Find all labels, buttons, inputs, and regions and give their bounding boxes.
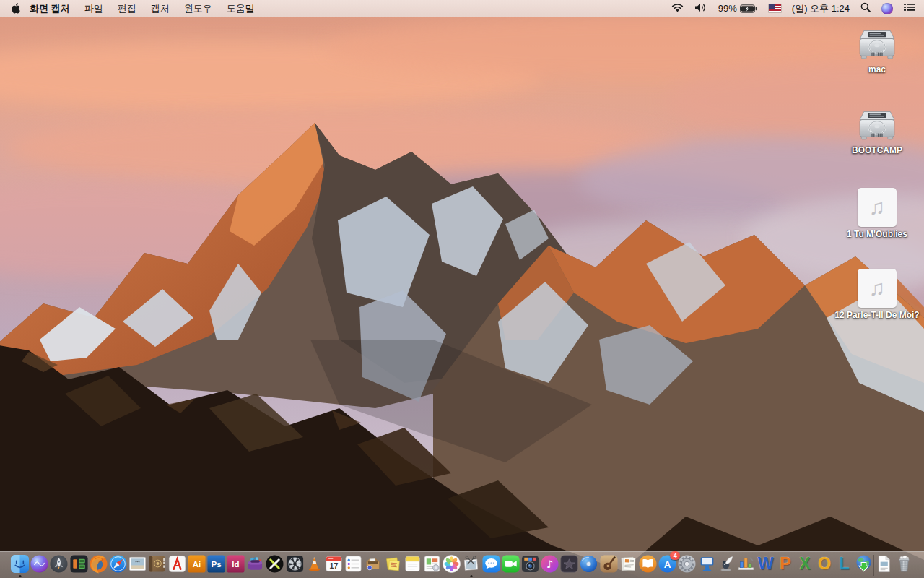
dock-word-icon[interactable]: W <box>756 554 775 574</box>
dock-safari-icon[interactable] <box>108 554 128 574</box>
menu-window[interactable]: 윈도우 <box>184 2 212 15</box>
dock-system-preferences-icon[interactable] <box>677 554 697 574</box>
dock-excel-icon[interactable]: X <box>796 554 815 574</box>
hard-drive-icon <box>857 108 897 143</box>
dock-trash-icon[interactable] <box>894 554 914 574</box>
desktop-icon-bootcamp-drive[interactable]: BOOTCAMP <box>834 108 920 156</box>
dock-stickies-icon[interactable] <box>383 554 403 574</box>
dock-app-store-icon[interactable]: A 4 <box>658 554 677 574</box>
hard-drive-icon <box>857 27 897 62</box>
dock-facetime-icon[interactable] <box>501 554 520 574</box>
menu-bar: 화면 캡처 파일 편집 캡처 윈도우 도움말 <box>0 0 924 17</box>
dock-garageband-icon[interactable] <box>599 554 619 574</box>
dock-document-file-icon[interactable] <box>874 554 894 574</box>
dock-keynote-icon[interactable] <box>697 554 717 574</box>
battery-status[interactable]: 99% <box>718 3 758 14</box>
flag-canton <box>769 4 775 9</box>
dock-siri-icon[interactable] <box>30 554 49 574</box>
photoshop-glyph: Ps <box>211 560 221 569</box>
dock: Ai Ps Id <box>0 551 924 578</box>
dock-tiles-app-icon[interactable] <box>69 554 89 574</box>
dock-powerpoint-icon[interactable]: P <box>775 554 795 574</box>
dock-photo-viewer-icon[interactable] <box>128 554 147 574</box>
desktop-icon-mac-drive[interactable]: mac <box>834 27 920 75</box>
calendar-day-number: 17 <box>330 561 339 570</box>
word-letter: W <box>756 554 775 573</box>
music-note-glyph: ♫ <box>869 269 886 308</box>
dock-imovie-icon[interactable] <box>559 554 579 574</box>
menu-edit[interactable]: 편집 <box>118 2 136 15</box>
desktop-icon-label: 12 Parle-T-Il De Moi? <box>834 310 920 321</box>
dock-itunes-icon[interactable]: ♪ <box>540 554 559 574</box>
dock-archive-app-icon[interactable] <box>363 554 383 574</box>
dock-illustrator-icon[interactable]: Ai <box>187 554 206 574</box>
dock-outlook-icon[interactable]: O <box>815 554 834 574</box>
desktop-icon-label: 1 Tu M'Oublies <box>834 229 920 240</box>
dock-launchpad-icon[interactable] <box>49 554 69 574</box>
macos-desktop: 화면 캡처 파일 편집 캡처 윈도우 도움말 <box>0 0 924 578</box>
apple-menu-icon[interactable] <box>0 0 30 17</box>
lync-letter: L <box>834 554 854 573</box>
menu-clock[interactable]: (일) 오후 1:24 <box>792 2 850 15</box>
dock-firefox-icon[interactable] <box>89 554 108 574</box>
active-app-menu[interactable]: 화면 캡처 <box>30 2 70 15</box>
battery-percent: 99% <box>718 3 737 14</box>
menu-file[interactable]: 파일 <box>84 2 103 15</box>
dock-reminders-icon[interactable] <box>344 554 363 574</box>
dock-x-app-icon[interactable] <box>265 554 284 574</box>
dock-vlc-icon[interactable] <box>305 554 324 574</box>
dock-globe-downloader-icon[interactable] <box>854 554 873 574</box>
dock-numbers-icon[interactable] <box>736 554 756 574</box>
excel-letter: X <box>796 554 815 573</box>
spotlight-icon[interactable] <box>860 2 871 14</box>
itunes-note-glyph: ♪ <box>546 558 553 570</box>
dock-calendar-icon[interactable]: 17 <box>324 554 344 574</box>
dock-document-viewer-icon[interactable] <box>422 554 442 574</box>
dock-ibooks-icon[interactable] <box>638 554 658 574</box>
input-source-flag-us[interactable] <box>769 4 781 12</box>
dock-photos-icon[interactable] <box>442 554 461 574</box>
wallpaper-sierra-mountain <box>0 0 924 578</box>
desktop-icon-audio-file-2[interactable]: ♫ 12 Parle-T-Il De Moi? <box>834 269 920 321</box>
outlook-letter: O <box>815 554 834 573</box>
music-note-glyph: ♫ <box>869 188 886 227</box>
dock-photo-booth-icon[interactable] <box>520 554 540 574</box>
audio-file-icon: ♫ <box>858 188 897 227</box>
siri-icon[interactable] <box>881 3 893 14</box>
dock-lync-icon[interactable]: L <box>834 554 854 574</box>
menu-capture[interactable]: 캡처 <box>151 2 170 15</box>
desktop-icon-audio-file-1[interactable]: ♫ 1 Tu M'Oublies <box>834 188 920 240</box>
powerpoint-letter: P <box>775 554 795 573</box>
dock-finder-icon[interactable] <box>10 554 30 574</box>
dock-messages-icon[interactable] <box>481 554 501 574</box>
dock-disk-utility-app-icon[interactable] <box>285 554 305 574</box>
dock-photoshop-icon[interactable]: Ps <box>206 554 226 574</box>
dock-screen-capture-grab-icon[interactable] <box>461 554 481 574</box>
dock-acrobat-icon[interactable] <box>167 554 187 574</box>
volume-icon[interactable] <box>694 3 707 14</box>
audio-file-icon: ♫ <box>858 269 897 308</box>
indesign-glyph: Id <box>232 560 239 569</box>
wifi-icon[interactable] <box>671 3 684 14</box>
dock-indesign-icon[interactable]: Id <box>226 554 245 574</box>
dock-contacts-icon[interactable] <box>147 554 167 574</box>
notification-center-icon[interactable] <box>904 3 915 14</box>
dock-notes-icon[interactable] <box>403 554 422 574</box>
dock-toast-icon[interactable] <box>245 554 265 574</box>
dock-news-documents-app-icon[interactable] <box>619 554 638 574</box>
dock-pages-icon[interactable] <box>717 554 736 574</box>
desktop-icon-label: mac <box>834 64 920 75</box>
desktop-icon-label: BOOTCAMP <box>834 145 920 156</box>
menu-help[interactable]: 도움말 <box>227 2 255 15</box>
app-store-letter: A <box>664 559 671 570</box>
illustrator-glyph: Ai <box>192 560 201 569</box>
dock-dvd-player-icon[interactable] <box>579 554 598 574</box>
